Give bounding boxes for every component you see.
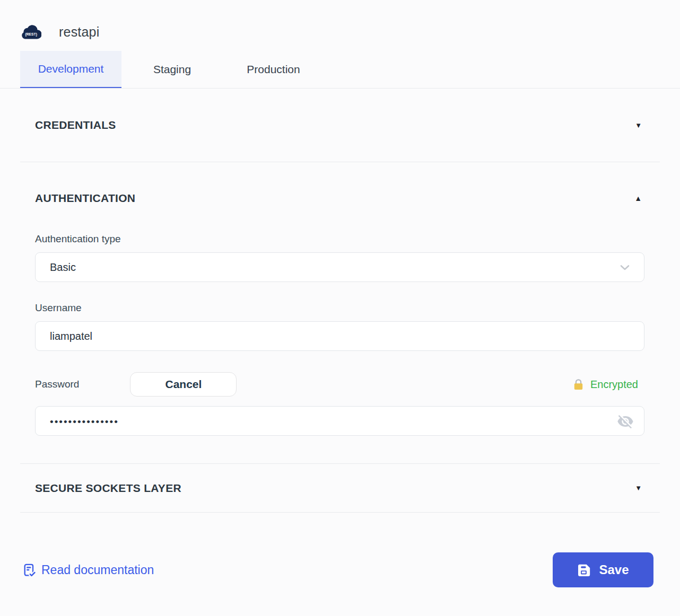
save-floppy-icon: [577, 563, 591, 577]
username-label: Username: [35, 302, 645, 314]
password-label: Password: [35, 379, 79, 390]
authentication-form: Authentication type Basic Username Passw…: [20, 221, 660, 463]
read-documentation-link[interactable]: Read documentation: [22, 563, 154, 577]
chevron-down-icon[interactable]: ▼: [635, 121, 642, 129]
tab-development[interactable]: Development: [20, 51, 121, 88]
document-check-icon: [22, 563, 37, 577]
read-documentation-label: Read documentation: [41, 563, 154, 577]
authentication-title: AUTHENTICATION: [35, 192, 135, 205]
svg-text:{REST}: {REST}: [25, 32, 37, 37]
save-button-label: Save: [599, 562, 629, 577]
chevron-down-icon: [618, 261, 631, 274]
auth-type-selected-value: Basic: [50, 261, 76, 274]
tab-staging[interactable]: Staging: [121, 51, 223, 88]
chevron-down-icon[interactable]: ▼: [635, 484, 642, 492]
page-title: restapi: [59, 24, 99, 40]
username-input[interactable]: [35, 321, 644, 351]
environment-tabs: Development Staging Production: [0, 51, 680, 89]
password-input[interactable]: [35, 406, 644, 436]
encrypted-label: Encrypted: [590, 379, 638, 391]
auth-type-label: Authentication type: [35, 233, 645, 245]
rest-api-logo-icon: {REST}: [21, 23, 41, 41]
section-credentials: CREDENTIALS ▼: [20, 89, 660, 162]
lock-icon: [572, 378, 585, 391]
ssl-title: SECURE SOCKETS LAYER: [35, 482, 181, 495]
footer: Read documentation Save: [22, 552, 653, 587]
authentication-section-header[interactable]: AUTHENTICATION ▲: [20, 162, 660, 221]
tab-production[interactable]: Production: [223, 51, 324, 88]
section-authentication: AUTHENTICATION ▲ Authentication type Bas…: [20, 162, 660, 464]
encrypted-badge: Encrypted: [572, 378, 638, 391]
settings-content: CREDENTIALS ▼ AUTHENTICATION ▲ Authentic…: [20, 89, 660, 513]
credentials-section-header[interactable]: CREDENTIALS ▼: [20, 89, 660, 162]
password-field: [35, 406, 644, 436]
password-row-header: Password Cancel Encrypted: [35, 372, 645, 397]
chevron-up-icon[interactable]: ▲: [634, 194, 642, 203]
section-ssl: SECURE SOCKETS LAYER ▼: [20, 464, 660, 513]
credentials-title: CREDENTIALS: [35, 119, 116, 131]
visibility-off-icon[interactable]: [617, 413, 634, 430]
auth-type-select[interactable]: Basic: [35, 252, 644, 282]
ssl-section-header[interactable]: SECURE SOCKETS LAYER ▼: [20, 464, 660, 512]
save-button[interactable]: Save: [553, 552, 653, 587]
app-header: {REST} restapi: [0, 0, 680, 51]
cancel-button[interactable]: Cancel: [130, 372, 237, 397]
